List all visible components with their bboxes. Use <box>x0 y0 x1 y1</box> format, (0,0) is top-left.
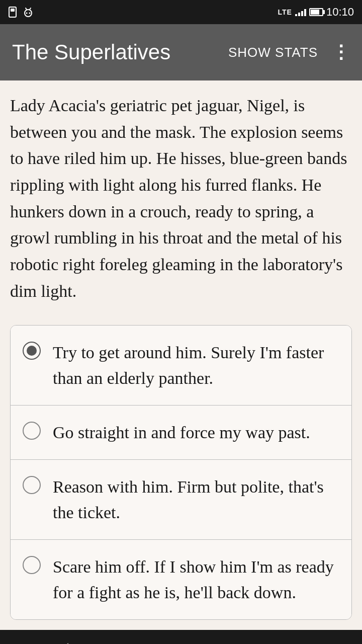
main-content: Lady Acacia's geriatric pet jaguar, Nige… <box>0 80 362 630</box>
svg-line-4 <box>30 8 31 10</box>
radio-button-choice1[interactable] <box>23 342 41 360</box>
battery-icon <box>309 8 323 16</box>
bottom-nav <box>0 630 362 645</box>
signal-icon <box>295 8 306 16</box>
choices-container: Try to get around him. Surely I'm faster… <box>10 325 352 620</box>
lte-label: LTE <box>278 8 292 16</box>
choice-text-2: Go straight in and force my way past. <box>53 420 310 445</box>
sim-icon <box>8 7 19 18</box>
app-bar: The Superlatives SHOW STATS ⋮ <box>0 24 362 80</box>
svg-point-5 <box>26 13 28 14</box>
app-bar-actions: SHOW STATS ⋮ <box>228 43 350 61</box>
choice-item[interactable]: Reason with him. Firm but polite, that's… <box>11 460 351 540</box>
android-icon <box>22 6 34 18</box>
svg-point-6 <box>29 13 31 14</box>
radio-button-choice3[interactable] <box>23 476 41 494</box>
home-button[interactable] <box>151 636 211 645</box>
back-button[interactable] <box>31 635 88 645</box>
show-stats-button[interactable]: SHOW STATS <box>228 45 318 60</box>
more-options-icon[interactable]: ⋮ <box>332 43 350 61</box>
story-text: Lady Acacia's geriatric pet jaguar, Nige… <box>10 93 352 305</box>
svg-point-2 <box>25 10 32 17</box>
choice-text-3: Reason with him. Firm but polite, that's… <box>53 474 339 525</box>
choice-text-4: Scare him off. If I show him I'm as read… <box>53 554 339 605</box>
app-title: The Superlatives <box>12 40 228 64</box>
svg-line-3 <box>26 8 27 10</box>
recents-button[interactable] <box>274 637 331 645</box>
choice-item[interactable]: Go straight in and force my way past. <box>11 406 351 460</box>
status-bar: LTE 10:10 <box>0 0 362 24</box>
radio-button-choice2[interactable] <box>23 422 41 440</box>
svg-rect-1 <box>11 9 15 12</box>
status-bar-left-icons <box>8 6 34 18</box>
choice-item[interactable]: Try to get around him. Surely I'm faster… <box>11 326 351 406</box>
time-display: 10:10 <box>326 6 354 19</box>
choice-item[interactable]: Scare him off. If I show him I'm as read… <box>11 540 351 619</box>
choice-text-1: Try to get around him. Surely I'm faster… <box>53 340 339 391</box>
status-right-icons: LTE 10:10 <box>278 6 354 19</box>
radio-button-choice4[interactable] <box>23 556 41 574</box>
